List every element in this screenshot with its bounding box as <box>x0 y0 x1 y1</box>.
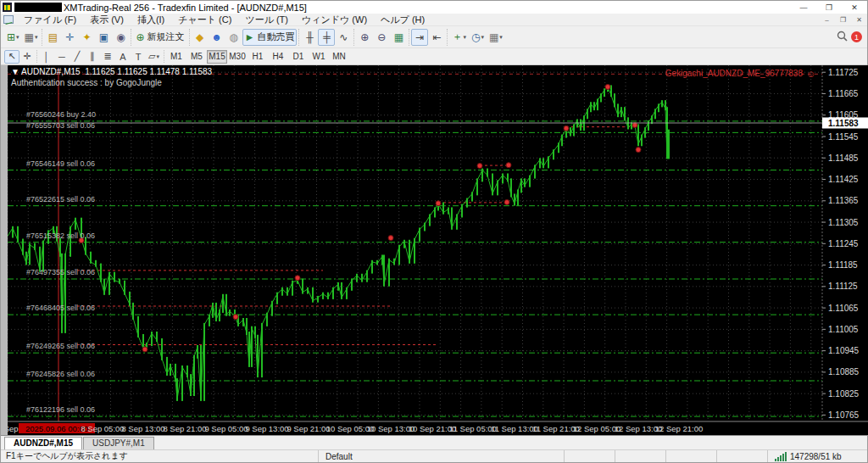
fibonacci-retracement-button[interactable]: ≣ <box>100 50 115 64</box>
data-window-button[interactable]: ✛ <box>61 29 78 46</box>
text-button[interactable]: A <box>115 50 131 64</box>
menu-item-4[interactable]: ツール (T) <box>238 13 295 27</box>
chart-area[interactable]: #76560246 buy 2.40#76555703 sell 0.06#76… <box>1 65 867 435</box>
ea-name-label: Gekigachi_AUDNZD_ME_96777838 <box>665 69 804 78</box>
metaeditor-button[interactable]: ◆ <box>192 29 209 46</box>
new-chart-button[interactable]: ⊞▾ <box>4 29 22 46</box>
traffic-counter: 147298/51 kb <box>790 452 842 461</box>
chart-shift-button[interactable]: ⇤ <box>428 29 445 46</box>
crosshair-button[interactable]: ✛ <box>19 50 35 64</box>
periods-button[interactable]: ◷▾ <box>469 29 487 46</box>
timeframe-m1[interactable]: M1 <box>166 50 186 64</box>
redacted-account <box>14 3 62 12</box>
menu-item-0[interactable]: ファイル (F) <box>17 13 83 27</box>
bar-chart-button[interactable]: ╫ <box>301 29 318 46</box>
toolbar-group: │─╱∥≣AT▱▾ <box>36 50 164 63</box>
mql5-community-button[interactable]: ☻ <box>209 29 225 46</box>
close-button[interactable]: ✕ <box>842 1 867 14</box>
zoom-out-button[interactable]: ⊖ <box>373 29 390 46</box>
horizontal-line-button[interactable]: ─ <box>54 50 70 64</box>
chart-symbol-ohlc: ▼ AUDNZD#,M15 1.11625 1.11625 1.11478 1.… <box>11 67 212 76</box>
new-order-button[interactable]: ⊕新規注文 <box>133 29 186 46</box>
trade-arrow-marker <box>295 276 300 281</box>
metaeditor-icon: ◆ <box>196 31 203 43</box>
strategy-tester-button[interactable]: ◉ <box>112 29 129 46</box>
menu-item-5[interactable]: ウィンドウ (W) <box>295 13 374 27</box>
timeframe-h4[interactable]: H4 <box>268 50 288 64</box>
equidistant-channel-button[interactable]: ∥ <box>85 50 100 64</box>
price-chart[interactable]: #76560246 buy 2.40#76555703 sell 0.06#76… <box>8 65 868 435</box>
child-close-button[interactable]: ✕ <box>851 16 867 24</box>
indicators-button[interactable]: ＋▾ <box>449 29 469 46</box>
app-icon <box>3 3 12 12</box>
status-empty-cell <box>716 450 767 462</box>
trendline-button[interactable]: ╱ <box>70 50 85 64</box>
timeframe-toolbar: M1M5M15M30H1H4D1W1MN <box>164 50 351 63</box>
timeframe-h1[interactable]: H1 <box>248 50 268 64</box>
cursor-button[interactable]: ↖ <box>4 50 19 64</box>
tile-windows-button[interactable]: ▦ <box>390 29 407 46</box>
templates-button[interactable]: ▦▾ <box>487 29 505 46</box>
auto-scroll-button[interactable]: ⇥ <box>411 29 428 46</box>
child-restore-button[interactable]: ❐ <box>835 16 851 24</box>
menu-item-6[interactable]: ヘルプ (H) <box>374 13 431 27</box>
timeframe-m15[interactable]: M15 <box>207 50 227 64</box>
trendline-icon: ╱ <box>75 51 81 62</box>
order-label: #76560246 buy 2.40 <box>26 110 96 119</box>
chevron-down-icon: ▾ <box>499 34 503 41</box>
market-watch-button[interactable]: ▤ <box>44 29 61 46</box>
line-chart-button[interactable]: ∿ <box>335 29 352 46</box>
menu-item-3[interactable]: チャート (C) <box>171 13 238 27</box>
arrows-button[interactable]: ▱▾ <box>146 50 162 64</box>
profile-cell[interactable]: Default <box>318 450 564 462</box>
child-minimize-button[interactable]: – <box>819 16 835 24</box>
terminal-icon: ▣ <box>99 31 108 43</box>
price-tick-label: 1.11125 <box>828 282 858 291</box>
toolbar-group: ⊕⊖▦ <box>353 29 409 46</box>
autotrading-icon: ► <box>245 31 255 43</box>
timeframe-d1[interactable]: D1 <box>288 50 309 64</box>
vertical-line-button[interactable]: │ <box>39 50 54 64</box>
minimize-button[interactable]: — <box>791 1 816 14</box>
menu-item-1[interactable]: 表示 (V) <box>83 13 131 27</box>
notification-badge[interactable]: 1 <box>851 31 862 42</box>
autotrading-button[interactable]: ►自動売買 <box>242 29 298 46</box>
time-tick-label: 2025.09.06 00:00 <box>25 424 88 433</box>
candle-bar <box>229 310 231 316</box>
timeframe-w1[interactable]: W1 <box>309 50 329 64</box>
price-tick-label: 1.11665 <box>828 89 859 98</box>
terminal-button[interactable]: ▣ <box>95 29 112 46</box>
navigator-button[interactable]: ✦ <box>78 29 95 46</box>
trade-arrow-marker <box>388 236 393 241</box>
time-tick-label: 9 Sep 13:00 <box>245 424 288 433</box>
profiles-button[interactable]: ▦▾ <box>22 29 41 46</box>
chevron-down-icon: ▾ <box>156 53 159 60</box>
trade-arrow-marker <box>504 199 509 204</box>
text-label-button[interactable]: T <box>131 50 146 64</box>
chart-window-icon <box>3 15 14 24</box>
time-tick-label: 11 Sep 05:00 <box>449 424 497 433</box>
maximize-button[interactable]: ❐ <box>816 1 842 14</box>
order-label: #76555703 sell 0.06 <box>26 121 95 130</box>
zoom-in-button[interactable]: ⊕ <box>356 29 373 46</box>
chart-tab-0[interactable]: AUDNZD#,M15 <box>4 437 82 449</box>
timeframe-m5[interactable]: M5 <box>186 50 207 64</box>
signals-button[interactable]: ◍ <box>225 29 242 46</box>
candlestick-chart-icon: ╪ <box>323 31 331 43</box>
chevron-down-icon: ▾ <box>481 34 484 41</box>
search-icon[interactable] <box>837 30 848 45</box>
order-label: #76468405 sell 0.06 <box>26 304 95 312</box>
timeframe-mn[interactable]: MN <box>329 50 349 64</box>
menu-item-2[interactable]: 挿入(I) <box>131 13 171 27</box>
candle-bar <box>322 293 324 299</box>
status-empty-cell <box>615 450 665 462</box>
trade-arrow-marker <box>477 164 482 169</box>
toolbar-group: ⊕新規注文 <box>131 29 188 46</box>
bar-chart-icon: ╫ <box>306 31 314 43</box>
trade-arrow-marker <box>564 126 569 131</box>
timeframe-m30[interactable]: M30 <box>227 50 248 64</box>
toolbar-group: ⇥⇤ <box>409 29 447 46</box>
trade-arrow-marker <box>436 201 441 206</box>
candlestick-chart-button[interactable]: ╪ <box>318 29 335 46</box>
chart-tab-1[interactable]: USDJPY#,M1 <box>83 437 154 449</box>
